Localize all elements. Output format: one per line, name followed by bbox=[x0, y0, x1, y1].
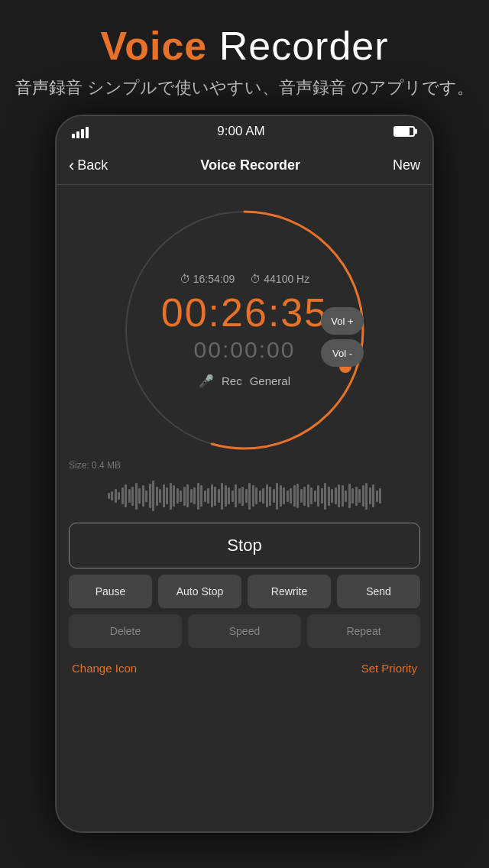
wave-bar bbox=[321, 488, 323, 504]
duration-info: ⏱ 16:54:09 bbox=[180, 273, 235, 285]
wave-bar bbox=[252, 485, 254, 507]
wave-bar bbox=[283, 487, 285, 504]
wave-bar bbox=[345, 491, 347, 502]
time-info: ⏱ 16:54:09 ⏱ 44100 Hz bbox=[138, 273, 351, 285]
wave-bar bbox=[300, 489, 303, 503]
vol-minus-button[interactable]: Vol - bbox=[321, 339, 364, 367]
battery-icon bbox=[393, 126, 415, 137]
change-icon-link[interactable]: Change Icon bbox=[72, 662, 137, 675]
nav-title: Voice Recorder bbox=[200, 157, 300, 173]
back-label: Back bbox=[77, 157, 108, 173]
wave-bar bbox=[335, 487, 337, 504]
wave-bar bbox=[173, 485, 175, 507]
wave-bar bbox=[331, 489, 333, 503]
rewrite-button[interactable]: Rewrite bbox=[248, 575, 331, 608]
wave-bar bbox=[176, 488, 179, 504]
wave-bar bbox=[108, 493, 110, 499]
wave-bar bbox=[221, 483, 223, 510]
nav-bar: ‹ Back Voice Recorder New bbox=[57, 147, 432, 185]
wave-bar bbox=[193, 487, 196, 504]
wave-bar bbox=[248, 483, 251, 510]
wave-bar bbox=[369, 487, 371, 504]
wave-bar bbox=[142, 485, 144, 507]
wave-bar bbox=[365, 483, 368, 510]
repeat-button[interactable]: Repeat bbox=[307, 614, 420, 648]
wave-bar bbox=[197, 483, 199, 510]
wave-bar bbox=[262, 488, 264, 504]
wave-bar bbox=[152, 481, 154, 511]
signal-bar-2 bbox=[76, 131, 79, 138]
wave-bar bbox=[170, 483, 172, 510]
wave-bar bbox=[214, 487, 216, 506]
vol-buttons: Vol + Vol - bbox=[321, 307, 364, 367]
wave-bar bbox=[225, 485, 227, 507]
wave-bar bbox=[241, 487, 244, 506]
wave-bar bbox=[310, 487, 313, 504]
send-button[interactable]: Send bbox=[337, 575, 420, 608]
controls-row: Pause Auto Stop Rewrite Send bbox=[69, 575, 420, 608]
wave-bar bbox=[190, 489, 193, 503]
rec-label-area: 🎤 Rec General bbox=[138, 374, 351, 388]
wave-bar bbox=[186, 484, 189, 507]
wave-bar bbox=[358, 489, 361, 503]
wave-bar bbox=[156, 487, 158, 506]
wave-bar bbox=[115, 489, 117, 503]
wave-bar bbox=[200, 485, 202, 507]
freq-icon: ⏱ bbox=[250, 273, 261, 285]
rec-text: Rec bbox=[222, 374, 242, 387]
new-button[interactable]: New bbox=[393, 157, 420, 173]
wave-bar bbox=[362, 485, 364, 507]
pause-button[interactable]: Pause bbox=[69, 575, 152, 608]
wave-bar bbox=[228, 487, 230, 504]
wave-bar bbox=[290, 488, 292, 504]
wave-bar bbox=[280, 485, 282, 507]
wave-bar bbox=[342, 485, 344, 507]
auto-stop-button[interactable]: Auto Stop bbox=[158, 575, 241, 608]
wave-bar bbox=[235, 484, 237, 507]
promo-title-orange: Voice bbox=[100, 24, 207, 68]
wave-bar bbox=[232, 491, 234, 502]
waveform-area bbox=[68, 477, 421, 515]
wave-bar bbox=[218, 489, 220, 503]
battery-fill bbox=[395, 128, 410, 135]
promo-subtitle: 音声録音 シンプルで使いやすい、音声録音 のアプリです。 bbox=[0, 76, 489, 100]
freq-value: 44100 Hz bbox=[264, 273, 309, 285]
wave-bar bbox=[351, 488, 354, 504]
wave-bar bbox=[259, 491, 261, 502]
phone-frame: 9:00 AM ‹ Back Voice Recorder New bbox=[55, 115, 434, 833]
wave-bar bbox=[372, 484, 374, 507]
wave-bar bbox=[183, 487, 186, 506]
wave-bar bbox=[204, 491, 206, 502]
wave-bar bbox=[211, 484, 213, 507]
timer-circle-container: ⏱ 16:54:09 ⏱ 44100 Hz 00:26:35 00:00:00 … bbox=[115, 200, 374, 460]
clock-icon: ⏱ bbox=[180, 273, 190, 285]
signal-bar-1 bbox=[72, 134, 75, 138]
circle-inner: ⏱ 16:54:09 ⏱ 44100 Hz 00:26:35 00:00:00 … bbox=[138, 273, 351, 388]
duration-value: 16:54:09 bbox=[193, 273, 235, 285]
wave-bar bbox=[138, 488, 141, 504]
wave-bar bbox=[376, 491, 378, 502]
wave-bar bbox=[149, 484, 151, 508]
wave-bar bbox=[128, 489, 131, 503]
wave-bar bbox=[307, 484, 309, 507]
wave-bar bbox=[296, 484, 299, 508]
stop-button[interactable]: Stop bbox=[69, 523, 420, 568]
wave-bar bbox=[338, 484, 340, 507]
wave-bar bbox=[273, 489, 275, 503]
wave-bar bbox=[287, 491, 289, 502]
speed-button[interactable]: Speed bbox=[188, 614, 301, 648]
set-priority-link[interactable]: Set Priority bbox=[361, 662, 417, 675]
promo-area: Voice Recorder 音声録音 シンプルで使いやすい、音声録音 のアプリ… bbox=[0, 0, 489, 100]
signal-bar-3 bbox=[81, 129, 84, 138]
back-button[interactable]: ‹ Back bbox=[69, 156, 108, 176]
wave-bar bbox=[324, 483, 326, 510]
wave-bar bbox=[131, 487, 134, 506]
footer-links: Change Icon Set Priority bbox=[57, 654, 432, 682]
delete-button[interactable]: Delete bbox=[69, 614, 182, 648]
battery-indicator bbox=[393, 126, 417, 137]
wave-bar bbox=[276, 483, 278, 510]
vol-plus-button[interactable]: Vol + bbox=[321, 307, 364, 335]
wave-bar bbox=[348, 484, 351, 508]
promo-title: Voice Recorder bbox=[0, 23, 489, 69]
wave-bar bbox=[121, 487, 124, 504]
